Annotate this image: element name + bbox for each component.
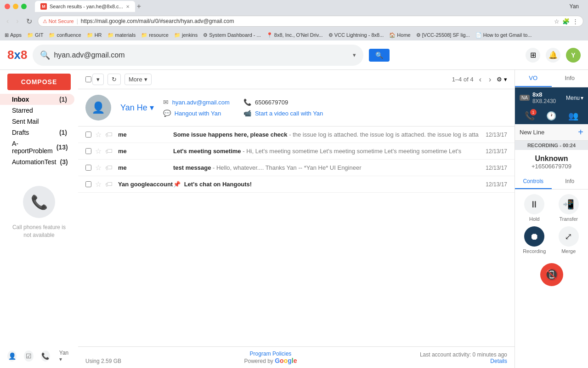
star-icon-1[interactable]: ☆ xyxy=(95,147,102,155)
pagination: 1–4 of 4 ‹ › ⚙ ▾ xyxy=(452,75,507,85)
contact-phone: 6506679709 xyxy=(255,99,288,106)
bookmark-apps[interactable]: ⊞ Apps xyxy=(5,32,22,38)
url-actions: ☆ 🧩 ⋮ xyxy=(554,18,578,25)
active-tab[interactable]: M Search results - yan.he@8x8.c... ✕ xyxy=(35,1,135,12)
call-info: Unknown +16506679709 xyxy=(515,150,588,174)
bookmark-vcc2[interactable]: ⚙ [VCC-25508] SF lig... xyxy=(416,32,470,38)
sidebar-item-automationtest[interactable]: AutomationTest (3) xyxy=(0,156,74,167)
compose-button[interactable]: COMPOSE xyxy=(7,74,71,90)
settings-button[interactable]: ⚙ ▾ xyxy=(497,76,507,83)
back-button[interactable]: ‹ xyxy=(5,16,11,26)
tab-controls[interactable]: Controls xyxy=(515,174,552,189)
email-list: ☆ 🏷 me Some issue happens here, please c… xyxy=(78,126,514,346)
bookmark-8x8[interactable]: 📍 8x8, Inc., O'Nel Driv... xyxy=(266,32,323,38)
add-line-button[interactable]: + xyxy=(578,127,583,138)
forward-button[interactable]: › xyxy=(14,16,20,26)
contact-col-right: 📞 6506679709 📹 Start a video call with Y… xyxy=(243,98,323,117)
next-page-button[interactable]: › xyxy=(487,75,493,85)
star-icon-2[interactable]: ☆ xyxy=(95,163,102,172)
url-bar[interactable]: ⚠ Not Secure | https://mail.google.com/m… xyxy=(38,16,583,27)
email-subject-3: Let's chat on Hangouts! xyxy=(184,181,252,188)
reload-button[interactable]: ↻ xyxy=(24,16,34,27)
merge-label: Merge xyxy=(561,248,576,254)
search-input[interactable] xyxy=(54,51,349,59)
bookmark-confluence[interactable]: 📁 confluence xyxy=(49,32,81,38)
nav-bar: ‹ › ↻ ⚠ Not Secure | https://mail.google… xyxy=(0,13,588,29)
table-row[interactable]: ☆ 🏷 me Some issue happens here, please c… xyxy=(78,126,514,143)
policy-link[interactable]: Program Policies xyxy=(250,351,292,357)
star-icon-0[interactable]: ☆ xyxy=(95,130,102,139)
tab-info[interactable]: Info xyxy=(552,70,588,87)
contacts-icon[interactable]: 👤 xyxy=(7,351,17,362)
minimize-button[interactable] xyxy=(13,4,18,9)
select-all-checkbox[interactable] xyxy=(85,76,91,82)
calls-badge: 1 xyxy=(530,109,537,115)
table-row[interactable]: ☆ 🏷 Yan googleaccount 📌 Let's chat on Ha… xyxy=(78,176,514,193)
tasks-icon[interactable]: ☑ xyxy=(24,351,33,362)
bookmark-vcc[interactable]: ⚙ VCC Lightning - 8x8... xyxy=(328,32,384,38)
video-call-link[interactable]: Start a video call with Yan xyxy=(255,110,323,117)
contact-email[interactable]: hyan.adv@gmail.com xyxy=(172,99,230,106)
bookmark-git[interactable]: 📁 GIT xyxy=(27,32,43,38)
star-icon-3[interactable]: ☆ xyxy=(95,180,102,189)
phone-sidebar-icon[interactable]: 📞 xyxy=(41,351,50,362)
email-checkbox-0[interactable] xyxy=(85,132,91,138)
bookmark-resource[interactable]: 📁 resource xyxy=(141,32,169,38)
merge-icon: ⤢ xyxy=(559,226,579,247)
search-button[interactable]: 🔍 xyxy=(369,49,390,62)
bookmark-home[interactable]: 🏠 Home xyxy=(389,32,410,38)
phone-calls-icon[interactable]: 📞 1 xyxy=(525,111,535,121)
phone-history-icon[interactable]: 🕐 xyxy=(546,111,556,121)
bookmark-gmail-help[interactable]: 📄 How to get Gmail to... xyxy=(475,32,532,38)
call-feature-icon: 📞 xyxy=(23,186,55,218)
bookmark-materials[interactable]: 📁 materials xyxy=(107,32,136,38)
phone-icon: 📞 xyxy=(243,98,251,106)
sidebar-item-drafts[interactable]: Drafts (1) xyxy=(0,127,74,138)
sidebar-item-starred[interactable]: Starred xyxy=(0,105,74,116)
user-avatar[interactable]: Y xyxy=(566,48,581,63)
details-link[interactable]: Details xyxy=(490,358,507,364)
end-call-button[interactable]: 📵 xyxy=(540,263,563,286)
tab-vo[interactable]: VO xyxy=(515,70,552,87)
apps-icon[interactable]: ⊞ xyxy=(526,48,540,63)
hold-button[interactable]: ⏸ Hold xyxy=(520,194,549,222)
merge-button[interactable]: ⤢ Merge xyxy=(554,226,584,254)
transfer-label: Transfer xyxy=(559,216,578,222)
bookmark-jenkins[interactable]: 📁 jenkins xyxy=(174,32,198,38)
search-dropdown-icon[interactable]: ▾ xyxy=(353,52,356,58)
prev-page-button[interactable]: ‹ xyxy=(477,75,483,85)
sidebar: COMPOSE Inbox (1) Starred Sent Mail Draf… xyxy=(0,70,78,368)
bookmark-star-icon[interactable]: ☆ xyxy=(554,18,560,25)
close-button[interactable] xyxy=(5,4,10,9)
contact-name[interactable]: Yan He ▾ xyxy=(120,103,154,113)
email-checkbox-3[interactable] xyxy=(85,181,91,187)
bookmark-system-dashboard[interactable]: ⚙ System Dashboard - ... xyxy=(203,32,261,38)
phone-tabs: VO Info xyxy=(515,70,588,87)
sidebar-item-sent[interactable]: Sent Mail xyxy=(0,116,74,127)
more-button[interactable]: More ▾ xyxy=(124,74,152,85)
email-body-0: Some issue happens here, please check - … xyxy=(173,131,480,138)
email-checkbox-2[interactable] xyxy=(85,165,91,171)
user-label[interactable]: Yan ▾ xyxy=(59,350,71,362)
tab-close-icon[interactable]: ✕ xyxy=(126,4,130,9)
sidebar-item-inbox[interactable]: Inbox (1) xyxy=(0,94,74,105)
maximize-button[interactable] xyxy=(21,4,27,9)
table-row[interactable]: ☆ 🏷 me test message - Hello, whatever...… xyxy=(78,160,514,176)
email-checkbox-1[interactable] xyxy=(85,148,91,154)
transfer-button[interactable]: 📲 Transfer xyxy=(554,194,584,222)
table-row[interactable]: ☆ 🏷 me Let's meeting sometime - Hi, Let'… xyxy=(78,143,514,160)
more-icon[interactable]: ⋮ xyxy=(572,18,578,25)
bookmark-hr[interactable]: 📁 HR xyxy=(87,32,102,38)
phone-contacts-icon[interactable]: 👥 xyxy=(568,111,578,121)
email-body-1: Let's meeting sometime - Hi, Let's meeti… xyxy=(173,148,480,155)
tab-info2[interactable]: Info xyxy=(552,174,588,189)
hangout-link[interactable]: Hangout with Yan xyxy=(175,110,221,117)
new-tab-button[interactable]: + xyxy=(137,2,141,11)
recording-button[interactable]: ⏺ Recording xyxy=(520,226,549,254)
refresh-button[interactable]: ↻ xyxy=(107,74,121,85)
select-dropdown-button[interactable]: ▾ xyxy=(92,74,104,85)
notifications-icon[interactable]: 🔔 xyxy=(546,48,560,63)
extensions-icon[interactable]: 🧩 xyxy=(562,18,570,25)
menu-button[interactable]: Menu ▾ xyxy=(566,95,583,101)
sidebar-item-areport[interactable]: A-reportProblem (13) xyxy=(0,138,74,156)
